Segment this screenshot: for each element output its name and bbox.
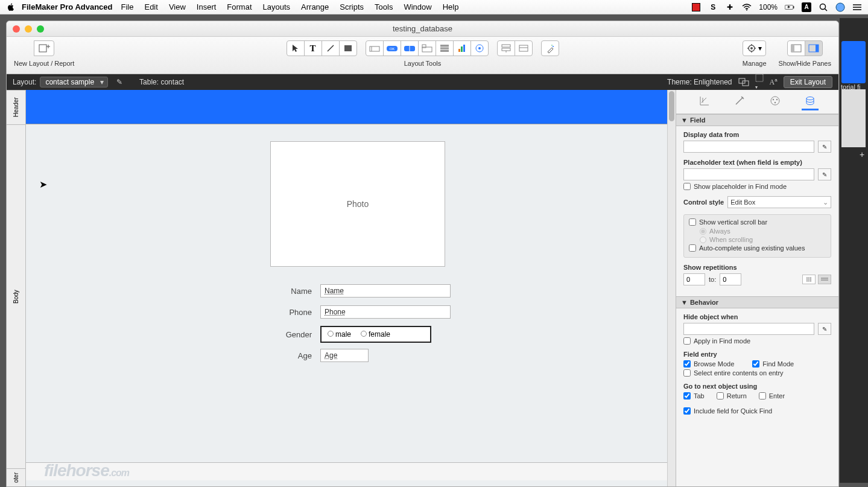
menu-arrange[interactable]: Arrange xyxy=(301,2,329,11)
menu-window[interactable]: Window xyxy=(404,2,431,11)
age-field[interactable]: Age xyxy=(320,349,369,362)
layout-header-part[interactable] xyxy=(26,90,674,124)
gender-field[interactable]: male female xyxy=(320,326,431,343)
right-pane-toggle[interactable] xyxy=(805,40,823,56)
menu-edit[interactable]: Edit xyxy=(144,2,157,11)
formatpainter-tool[interactable] xyxy=(541,40,559,56)
window-titlebar[interactable]: testing_database xyxy=(7,21,838,37)
menu-format[interactable]: Format xyxy=(227,2,252,11)
tabcontrol-tool[interactable] xyxy=(418,40,436,56)
tray-icon-plus[interactable]: ✚ xyxy=(725,2,735,12)
canvas-scrollbar[interactable] xyxy=(667,90,676,486)
text-tool[interactable]: T xyxy=(304,40,322,56)
inspector-tab-position[interactable] xyxy=(696,94,713,110)
select-entire-checkbox[interactable] xyxy=(683,369,691,377)
part-label-body[interactable]: Body xyxy=(7,124,25,468)
control-style-select[interactable]: Edit Box xyxy=(727,196,831,208)
show-placeholder-find-checkbox[interactable] xyxy=(683,183,691,190)
name-field[interactable]: Name xyxy=(320,284,451,298)
app-name[interactable]: FileMaker Pro Advanced xyxy=(22,2,113,11)
layout-body-part[interactable]: ➤ Photo Name Name Phone Phone Gender mal… xyxy=(26,124,674,462)
grid-icon[interactable]: ▾ xyxy=(755,74,764,91)
menu-help[interactable]: Help xyxy=(443,2,459,11)
browse-mode-checkbox[interactable] xyxy=(683,360,691,368)
spotlight-icon[interactable] xyxy=(819,2,828,12)
radio-male-icon[interactable] xyxy=(328,331,334,337)
tab-checkbox[interactable] xyxy=(683,392,691,399)
rep-from-input[interactable] xyxy=(683,273,705,285)
menu-tools[interactable]: Tools xyxy=(375,2,393,11)
photo-container-field[interactable]: Photo xyxy=(270,141,445,267)
left-pane-toggle[interactable] xyxy=(787,40,805,56)
part-label-header[interactable]: Header xyxy=(7,90,25,124)
scrollbar-thumb[interactable] xyxy=(669,91,674,121)
manage-button[interactable]: ▾ xyxy=(743,40,766,56)
buttonbar-tool[interactable] xyxy=(401,40,419,56)
display-data-edit-button[interactable]: ✎ xyxy=(818,141,831,153)
svg-point-51 xyxy=(772,99,773,100)
svg-line-13 xyxy=(328,45,334,51)
inspector-tab-data[interactable] xyxy=(802,94,819,110)
textformat-icon[interactable]: Aa xyxy=(770,77,778,87)
field-tool[interactable] xyxy=(366,40,384,56)
apple-icon[interactable] xyxy=(6,2,16,12)
close-button[interactable] xyxy=(13,25,20,33)
battery-icon[interactable] xyxy=(785,2,794,12)
webviewer-tool[interactable] xyxy=(470,40,489,56)
find-mode-checkbox[interactable] xyxy=(752,360,759,368)
line-tool[interactable] xyxy=(322,40,340,56)
radio-female-icon[interactable] xyxy=(361,331,367,337)
menu-layouts[interactable]: Layouts xyxy=(263,2,291,11)
menu-file[interactable]: File xyxy=(121,2,134,11)
hide-when-input[interactable] xyxy=(683,323,814,335)
panes-label: Show/Hide Panes xyxy=(779,60,831,67)
tray-a-icon[interactable]: A xyxy=(802,2,811,12)
inspector-section-behavior[interactable]: ▼ Behavior xyxy=(676,296,838,308)
enter-checkbox[interactable] xyxy=(759,392,766,399)
inspector-section-field[interactable]: ▼ Field xyxy=(676,114,838,126)
display-data-input[interactable] xyxy=(683,141,814,153)
zoom-button[interactable] xyxy=(37,25,44,33)
theme-label[interactable]: Theme: Enlightened xyxy=(667,78,732,86)
return-checkbox[interactable] xyxy=(717,392,724,399)
apply-find-checkbox[interactable] xyxy=(683,337,691,345)
selection-tool[interactable] xyxy=(287,40,305,56)
notification-center-icon[interactable] xyxy=(852,2,862,12)
menu-view[interactable]: View xyxy=(169,2,186,11)
fieldpicker-tool[interactable] xyxy=(497,40,515,56)
layout-dropdown[interactable]: contact sample xyxy=(40,77,108,88)
rep-horizontal-icon[interactable] xyxy=(818,275,831,284)
chart-tool[interactable] xyxy=(453,40,471,56)
autocomplete-checkbox[interactable] xyxy=(689,244,696,252)
part-label-footer[interactable]: oter xyxy=(7,468,25,486)
placeholder-text-input[interactable] xyxy=(683,168,814,180)
rectangle-tool[interactable] xyxy=(339,40,357,56)
inspector-tab-styles[interactable] xyxy=(731,94,748,110)
tray-icon-1[interactable] xyxy=(691,2,701,12)
tray-circle-icon[interactable] xyxy=(835,2,845,12)
quick-find-checkbox[interactable] xyxy=(683,407,691,415)
exit-layout-button[interactable]: Exit Layout xyxy=(784,76,832,88)
placeholder-edit-button[interactable]: ✎ xyxy=(818,168,831,180)
layout-canvas[interactable]: ➤ Photo Name Name Phone Phone Gender mal… xyxy=(26,90,674,480)
rep-to-input[interactable] xyxy=(720,273,741,285)
scroll-always-label: Always xyxy=(709,228,730,235)
tray-icon-2[interactable]: S xyxy=(708,2,718,12)
screen-icon[interactable] xyxy=(738,78,749,86)
layout-canvas-wrap: ➤ Photo Name Name Phone Phone Gender mal… xyxy=(26,90,676,486)
show-vscroll-checkbox[interactable] xyxy=(689,218,696,226)
inspector-tabs xyxy=(676,90,838,114)
button-tool[interactable]: OK xyxy=(383,40,401,56)
menu-insert[interactable]: Insert xyxy=(197,2,217,11)
minimize-button[interactable] xyxy=(25,25,32,33)
hide-when-edit-button[interactable]: ✎ xyxy=(818,323,831,335)
phone-field[interactable]: Phone xyxy=(320,305,451,319)
menu-scripts[interactable]: Scripts xyxy=(340,2,364,11)
rep-vertical-icon[interactable] xyxy=(802,275,816,284)
partttool[interactable] xyxy=(515,40,533,56)
inspector-tab-appearance[interactable] xyxy=(767,94,784,110)
edit-layout-icon[interactable]: ✎ xyxy=(114,77,125,88)
portal-tool[interactable] xyxy=(436,40,454,56)
wifi-icon[interactable] xyxy=(742,2,752,12)
new-layout-button[interactable] xyxy=(34,40,54,56)
